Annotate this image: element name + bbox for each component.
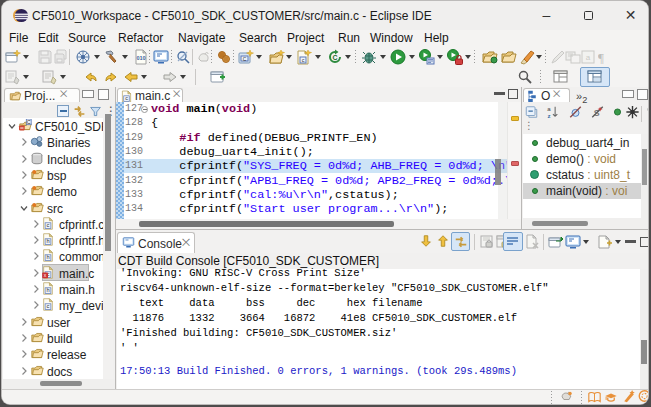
svg-text:c: c (47, 304, 50, 310)
svg-text:010: 010 (136, 55, 145, 61)
svg-text:c: c (302, 57, 305, 63)
svg-text:z: z (547, 112, 550, 119)
svg-text:C: C (243, 56, 247, 62)
svg-text:a: a (547, 105, 551, 112)
svg-text:h: h (46, 255, 49, 261)
svg-text:a: a (586, 53, 591, 62)
svg-text:c: c (47, 222, 50, 228)
svg-text:h: h (46, 287, 49, 293)
svg-text:¶: ¶ (598, 50, 604, 65)
svg-text:h: h (46, 239, 49, 245)
svg-text:C: C (27, 119, 31, 125)
svg-text:C: C (332, 54, 337, 61)
svg-text:c: c (125, 95, 128, 101)
